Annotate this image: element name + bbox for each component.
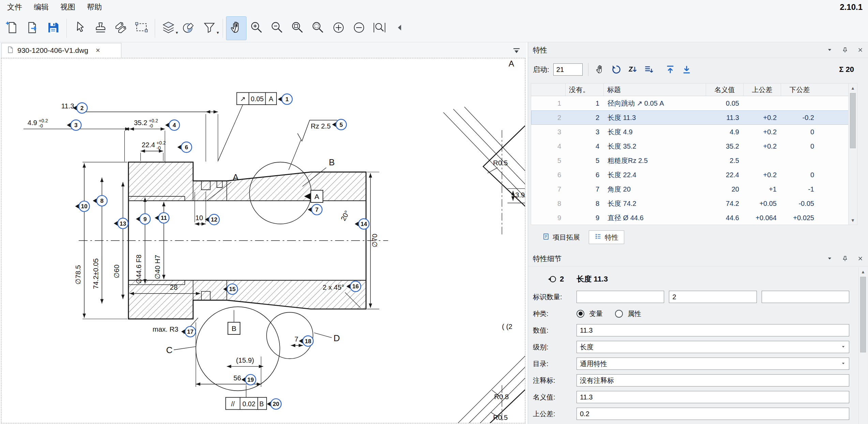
table-row[interactable]: 22长度 11.311.3+0.2-0.2 <box>531 110 857 125</box>
increase-tool-button[interactable] <box>328 16 349 40</box>
close-icon[interactable] <box>857 47 864 53</box>
select-tool-button[interactable] <box>70 16 90 40</box>
menu-item-edit[interactable]: 编辑 <box>28 2 55 12</box>
z-order-icon[interactable] <box>627 63 639 76</box>
balloon-20[interactable]: 20 <box>267 399 281 409</box>
column-header[interactable]: 下公差 <box>781 84 818 96</box>
table-cell: 0 <box>781 128 818 136</box>
decrease-tool-button[interactable] <box>349 16 369 40</box>
pin-icon[interactable] <box>842 47 848 53</box>
move-down-icon[interactable] <box>680 63 693 76</box>
open-document-button[interactable] <box>23 16 43 40</box>
zoom-in-tool-button[interactable] <box>246 16 267 40</box>
stamp-tool-button[interactable] <box>90 16 111 40</box>
annotation-input[interactable] <box>577 374 849 387</box>
pan-tool-button[interactable] <box>226 16 246 40</box>
zoom-selection-tool-button[interactable] <box>308 16 328 40</box>
new-document-button[interactable] <box>2 16 23 40</box>
markup-tool-button[interactable] <box>179 16 199 40</box>
chevron-down-icon[interactable] <box>826 255 833 262</box>
balloon-2[interactable]: 2 <box>73 103 87 113</box>
toolbar-overflow-button[interactable] <box>390 16 410 40</box>
balloon-11[interactable]: 11 <box>155 213 169 223</box>
value-input[interactable] <box>577 324 849 336</box>
scroll-thumb[interactable] <box>850 93 856 148</box>
close-icon[interactable] <box>857 255 864 262</box>
scroll-up-icon[interactable]: ▲ <box>859 267 867 276</box>
chevron-down-icon[interactable]: ▾ <box>176 30 178 35</box>
start-input[interactable] <box>553 63 583 76</box>
nominal-input[interactable] <box>577 391 849 403</box>
table-row[interactable]: 33长度 4.94.9+0.20 <box>531 125 857 139</box>
balloon-8[interactable]: 8 <box>93 196 107 206</box>
column-header[interactable]: 没有。 <box>565 84 603 96</box>
balloon-9[interactable]: 9 <box>136 214 150 224</box>
chevron-down-icon[interactable]: ▾ <box>216 30 219 35</box>
balloon-10[interactable]: 10 <box>75 201 89 212</box>
ident-count-input-3[interactable] <box>762 291 849 303</box>
drawing-canvas[interactable]: ↗ 0.05 A // 0.02 B A B 11.34.9+0.2-035.2… <box>1 58 525 423</box>
menu-item-help[interactable]: 帮助 <box>81 2 108 12</box>
category-select[interactable]: 通用特性 <box>577 358 849 370</box>
characteristics-table: 没有。标题名义值上公差下公差 11径向跳动 ↗ 0.05 A0.0522长度 1… <box>531 83 857 225</box>
kind-radio[interactable] <box>615 310 623 318</box>
balloon-12[interactable]: 12 <box>205 214 219 225</box>
marquee-tool-button[interactable] <box>131 16 152 40</box>
column-header[interactable]: 上公差 <box>743 84 781 96</box>
table-row[interactable]: 77角度 2020+1-1 <box>531 182 857 196</box>
chevron-down-icon[interactable] <box>826 47 833 53</box>
table-row[interactable]: 44长度 35.235.2+0.20 <box>531 139 857 153</box>
pin-icon[interactable] <box>842 255 848 262</box>
balloon-5[interactable]: 5 <box>332 119 346 130</box>
table-row[interactable]: 11径向跳动 ↗ 0.05 A0.05 <box>531 96 857 110</box>
filter-tool-button[interactable]: ▾ <box>199 16 220 40</box>
upper-tol-input[interactable] <box>577 408 849 420</box>
close-tab-icon[interactable]: × <box>96 46 100 55</box>
balloon-14[interactable]: 14 <box>355 219 369 229</box>
details-scrollbar[interactable]: ▲ <box>858 267 867 424</box>
grab-icon[interactable] <box>594 63 606 76</box>
scroll-up-icon[interactable]: ▲ <box>849 84 857 92</box>
kind-radio[interactable] <box>577 310 584 318</box>
table-row[interactable]: 88长度 74.274.2+0.05-0.05 <box>531 196 857 211</box>
details-title: 特性细节 <box>533 254 562 263</box>
svg-text:4.9: 4.9 <box>28 119 37 126</box>
ident-count-input-2[interactable] <box>669 291 757 303</box>
table-row[interactable]: 66长度 22.422.4+0.20 <box>531 168 857 182</box>
ident-count-row: 标识数量: <box>533 290 858 303</box>
list-icon[interactable] <box>643 63 655 76</box>
scroll-down-icon[interactable]: ▼ <box>849 216 857 225</box>
balloon-1[interactable]: 1 <box>278 94 292 105</box>
balloon-4[interactable]: 4 <box>165 120 180 131</box>
panel-tab-characteristics[interactable]: 特性 <box>589 230 624 244</box>
ident-count-input-1[interactable] <box>577 291 664 303</box>
zoom-out-tool-button[interactable] <box>267 16 287 40</box>
balloon-17[interactable]: 17 <box>181 327 196 337</box>
document-tab[interactable]: 930-1200-406-V1.dwg × <box>1 43 121 58</box>
menu-item-file[interactable]: 文件 <box>1 2 28 12</box>
renumber-icon[interactable] <box>610 63 623 76</box>
table-row[interactable]: 55粗糙度Rz 2.52.5 <box>531 153 857 168</box>
balloon-19[interactable]: 19 <box>241 375 256 385</box>
balloon-6[interactable]: 6 <box>177 142 192 152</box>
column-header[interactable]: 标题 <box>603 84 706 96</box>
table-row[interactable]: 99直径 Ø 44.644.6+0.064+0.025 <box>531 211 857 225</box>
balloon-7[interactable]: 7 <box>308 205 322 215</box>
table-cell: 44.6 <box>706 214 743 222</box>
zoom-fit-tool-button[interactable] <box>287 16 308 40</box>
balloon-13[interactable]: 13 <box>114 218 128 229</box>
scroll-thumb[interactable] <box>860 277 866 352</box>
save-document-button[interactable] <box>43 16 63 40</box>
table-scrollbar[interactable]: ▲ ▼ <box>848 84 857 225</box>
gdt2-value: 0.02 <box>242 400 255 408</box>
menu-item-view[interactable]: 视图 <box>55 2 81 12</box>
tag-tool-button[interactable] <box>111 16 131 40</box>
document-list-icon[interactable] <box>511 45 522 56</box>
move-up-icon[interactable] <box>664 63 676 76</box>
zoom-window-tool-button[interactable] <box>369 16 390 40</box>
balloon-18[interactable]: 18 <box>299 336 313 346</box>
layers-tool-button[interactable]: ▾ <box>158 16 179 40</box>
level-select[interactable]: 长度 <box>577 341 849 353</box>
panel-tab-project[interactable]: 项目拓展 <box>537 230 585 244</box>
column-header[interactable]: 名义值 <box>706 84 743 96</box>
